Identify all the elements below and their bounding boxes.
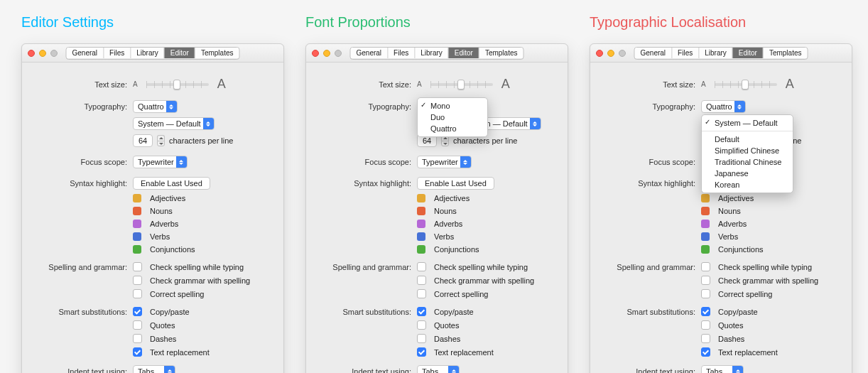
focus-scope-select[interactable]: Typewriter: [417, 156, 472, 168]
indent-select[interactable]: Tabs: [417, 365, 460, 373]
slider-thumb[interactable]: [173, 80, 180, 90]
text-size-slider[interactable]: [146, 83, 209, 86]
typography-select[interactable]: Quattro: [701, 100, 746, 113]
tab-editor[interactable]: Editor: [733, 48, 764, 58]
tab-library[interactable]: Library: [415, 48, 449, 58]
checkbox[interactable]: [417, 334, 426, 343]
checkbox[interactable]: [701, 347, 710, 357]
typography-option[interactable]: Quattro: [418, 123, 487, 134]
checkbox[interactable]: [417, 262, 426, 271]
select-value: Quattro: [138, 102, 164, 111]
slider-thumb[interactable]: [457, 80, 465, 90]
spelling-label: Spelling and grammar:: [33, 263, 133, 271]
select-value: Tabs: [706, 367, 722, 373]
syntax-tag-icon: [417, 207, 425, 215]
tab-editor[interactable]: Editor: [165, 48, 195, 58]
system-font-select[interactable]: System — Default: [133, 117, 215, 130]
checkbox[interactable]: [701, 289, 710, 298]
checkbox[interactable]: [133, 262, 142, 271]
syntax-enable-button[interactable]: Enable Last Used: [133, 177, 210, 190]
typography-dropdown[interactable]: MonoDuoQuattro: [417, 97, 488, 137]
checkbox[interactable]: [701, 320, 710, 330]
syntax-enable-button[interactable]: Enable Last Used: [417, 177, 494, 190]
indent-select[interactable]: Tabs: [133, 365, 175, 373]
checkbox[interactable]: [133, 307, 142, 316]
system-font-option[interactable]: System — Default: [702, 117, 793, 129]
focus-scope-label: Focus scope:: [318, 158, 417, 166]
checkbox-label: Text replacement: [434, 348, 494, 357]
checkbox-label: Text replacement: [718, 348, 778, 357]
close-button[interactable]: [312, 50, 319, 57]
checkbox[interactable]: [417, 276, 426, 285]
tab-files[interactable]: Files: [388, 48, 415, 58]
checkbox[interactable]: [701, 307, 710, 316]
zoom-button[interactable]: [619, 50, 626, 57]
minimize-button[interactable]: [39, 50, 46, 57]
checkbox-label: Dashes: [150, 335, 176, 343]
preferences-window: GeneralFilesLibraryEditorTemplatesText s…: [590, 43, 852, 373]
syntax-highlight-label: Syntax highlight:: [318, 179, 417, 188]
syntax-highlight-label: Syntax highlight:: [602, 179, 701, 188]
checkbox[interactable]: [133, 334, 142, 343]
system-font-dropdown[interactable]: System — DefaultDefaultSimplified Chines…: [701, 114, 793, 193]
syntax-tag-label: Adverbs: [150, 220, 178, 228]
checkbox-label: Quotes: [434, 321, 459, 330]
focus-scope-select[interactable]: Typewriter: [133, 156, 188, 168]
checkbox[interactable]: [133, 347, 142, 357]
indent-select[interactable]: Tabs: [701, 365, 744, 373]
tab-files[interactable]: Files: [672, 48, 699, 58]
text-size-small-icon: A: [417, 80, 422, 88]
cpl-field[interactable]: 64: [133, 134, 153, 147]
window-body: Text size:AATypography:MonoDuoQuattroSys…: [306, 63, 568, 373]
tab-editor[interactable]: Editor: [449, 48, 479, 58]
zoom-button[interactable]: [50, 50, 58, 57]
system-font-option[interactable]: Simplified Chinese: [702, 145, 793, 156]
checkbox[interactable]: [701, 276, 710, 285]
tab-general[interactable]: General: [67, 48, 104, 58]
checkbox[interactable]: [133, 276, 142, 285]
system-font-option[interactable]: Default: [702, 134, 793, 145]
tab-templates[interactable]: Templates: [195, 48, 239, 58]
checkbox[interactable]: [417, 320, 426, 330]
column-title: Typographic Localisation: [590, 14, 852, 31]
checkbox[interactable]: [701, 334, 710, 343]
checkbox[interactable]: [417, 289, 426, 298]
typography-select[interactable]: Quattro: [133, 100, 178, 113]
checkbox-label: Check spelling while typing: [150, 263, 244, 271]
checkbox-label: Check grammar with spelling: [434, 276, 534, 285]
titlebar: GeneralFilesLibraryEditorTemplates: [590, 44, 852, 63]
column-title: Font Proportions: [305, 14, 568, 31]
tab-templates[interactable]: Templates: [764, 48, 808, 58]
system-font-option[interactable]: Japanese: [702, 168, 793, 179]
checkbox[interactable]: [417, 347, 426, 357]
minimize-button[interactable]: [607, 50, 614, 57]
close-button[interactable]: [28, 50, 35, 57]
checkbox-label: Quotes: [150, 321, 175, 330]
tab-templates[interactable]: Templates: [479, 48, 523, 58]
tab-general[interactable]: General: [635, 48, 673, 58]
checkbox[interactable]: [133, 320, 142, 330]
close-button[interactable]: [596, 50, 603, 57]
tab-files[interactable]: Files: [104, 48, 131, 58]
checkbox-label: Correct spelling: [434, 290, 488, 298]
slider-thumb[interactable]: [742, 80, 749, 90]
tab-library[interactable]: Library: [699, 48, 733, 58]
typography-option[interactable]: Duo: [418, 112, 487, 123]
text-size-slider[interactable]: [715, 83, 777, 86]
cpl-stepper[interactable]: [157, 135, 165, 146]
syntax-tag-icon: [133, 194, 141, 202]
tab-general[interactable]: General: [351, 48, 389, 58]
system-font-option[interactable]: Korean: [702, 179, 793, 190]
typography-option[interactable]: Mono: [418, 100, 487, 112]
checkbox[interactable]: [133, 289, 142, 298]
checkbox[interactable]: [701, 262, 710, 271]
tab-library[interactable]: Library: [131, 48, 165, 58]
zoom-button[interactable]: [335, 50, 342, 57]
select-value: Typewriter: [422, 158, 458, 166]
checkbox[interactable]: [417, 307, 426, 316]
system-font-option[interactable]: Traditional Chinese: [702, 156, 793, 168]
minimize-button[interactable]: [323, 50, 330, 57]
checkbox-label: Text replacement: [150, 348, 210, 357]
text-size-slider[interactable]: [430, 83, 493, 86]
indent-label: Indent text using:: [33, 367, 133, 373]
